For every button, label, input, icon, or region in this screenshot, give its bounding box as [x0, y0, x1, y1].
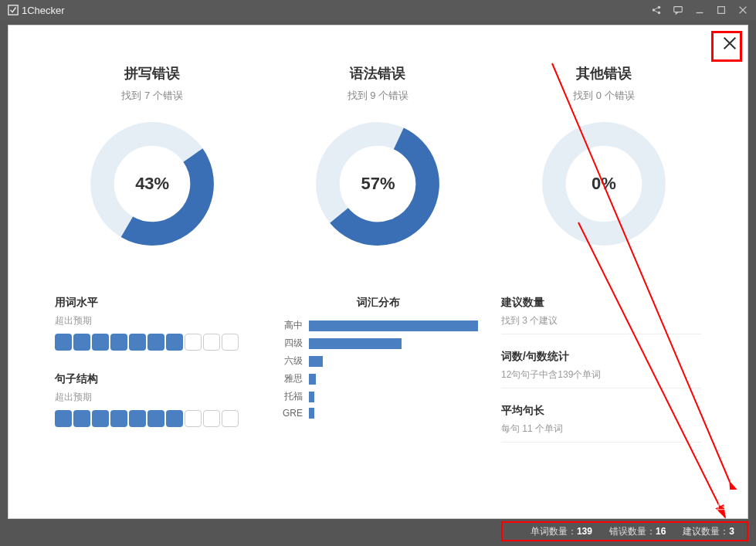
vocab-row: 托福	[278, 390, 478, 403]
donut-chart: 57%	[312, 118, 443, 249]
report-panel: 拼写错误 找到 7 个错误 43% 语法错误 找到 9 个错误 57%	[8, 25, 748, 519]
status-suggestion-count: 建议数量：3	[683, 525, 734, 538]
summary-word-sentence: 词数/句数统计 12句句子中含139个单词	[501, 350, 701, 388]
metric-title: 句子结构	[55, 372, 255, 386]
donut-percent-label: 43%	[86, 118, 218, 249]
level-square	[203, 410, 220, 427]
vocab-label: 托福	[278, 390, 303, 403]
svg-rect-6	[718, 7, 725, 14]
level-square	[166, 334, 183, 351]
vocab-row: 雅思	[278, 372, 478, 385]
level-square	[203, 334, 220, 351]
vocab-label: 雅思	[278, 372, 303, 385]
vocab-label: GRE	[278, 408, 303, 419]
metric-title: 用词水平	[55, 296, 255, 310]
squares-indicator	[55, 334, 255, 351]
svg-point-2	[658, 6, 661, 9]
metric-sentence-structure: 句子结构 超出预期	[55, 372, 255, 427]
summary-title: 平均句长	[501, 404, 701, 418]
metric-word-level: 用词水平 超出预期	[55, 296, 255, 351]
maximize-icon[interactable]	[716, 5, 727, 15]
status-word-count: 单词数量：139	[531, 525, 592, 538]
metric-subtitle: 超出预期	[55, 314, 255, 327]
svg-rect-0	[8, 5, 18, 15]
vocab-label: 高中	[278, 319, 303, 332]
metric-subtitle: 超出预期	[55, 391, 255, 404]
vocab-row: 高中	[278, 319, 478, 332]
level-square	[185, 334, 202, 351]
vocab-bar	[309, 392, 314, 402]
summary-avg-length: 平均句长 每句 11 个单词	[501, 404, 701, 443]
vocab-bar	[309, 356, 323, 367]
vocab-title: 词汇分布	[278, 296, 478, 310]
donut-chart: 0%	[538, 118, 670, 249]
level-square	[55, 334, 72, 351]
vocab-distribution-col: 词汇分布 高中四级六级雅思托福GRE	[278, 296, 478, 458]
level-square	[92, 334, 109, 351]
donut-grammar: 语法错误 找到 9 个错误 57%	[289, 64, 466, 249]
donut-percent-label: 57%	[312, 118, 443, 249]
svg-rect-4	[674, 7, 683, 12]
status-bar: 单词数量：139 错误数量：16 建议数量：3	[8, 523, 748, 540]
donut-subtitle: 找到 9 个错误	[289, 89, 466, 103]
level-square	[110, 334, 127, 351]
vocab-bar-track	[309, 320, 478, 331]
level-square	[129, 410, 146, 427]
app-logo: 1Checker	[8, 5, 65, 16]
level-square	[147, 334, 164, 351]
svg-point-3	[658, 12, 661, 15]
vocab-bar	[309, 338, 402, 349]
share-icon[interactable]	[651, 5, 662, 15]
vocab-row: 四级	[278, 337, 478, 350]
minimize-icon[interactable]	[694, 5, 705, 15]
vocab-bar-track	[309, 392, 478, 402]
level-square	[147, 410, 164, 427]
level-square	[55, 410, 72, 427]
level-square	[92, 410, 109, 427]
summary-col: 建议数量 找到 3 个建议 词数/句数统计 12句句子中含139个单词 平均句长…	[501, 296, 701, 458]
vocab-bar-track	[309, 374, 478, 385]
summary-subtitle: 12句句子中含139个单词	[501, 368, 701, 388]
donut-other: 其他错误 找到 0 个错误 0%	[515, 64, 693, 249]
feedback-icon[interactable]	[673, 5, 683, 15]
vocab-row: GRE	[278, 408, 478, 419]
vocab-label: 四级	[278, 337, 303, 350]
vocab-row: 六级	[278, 354, 478, 368]
level-square	[73, 334, 90, 351]
summary-subtitle: 每句 11 个单词	[501, 422, 701, 443]
vocab-bar	[309, 408, 314, 419]
vocab-bar-track	[309, 408, 478, 419]
vocab-bar	[309, 320, 478, 331]
donut-charts-row: 拼写错误 找到 7 个错误 43% 语法错误 找到 9 个错误 57%	[8, 25, 748, 273]
donut-title: 语法错误	[289, 64, 466, 83]
donut-subtitle: 找到 0 个错误	[515, 89, 693, 103]
app-logo-icon	[8, 5, 19, 15]
close-report-button[interactable]	[718, 32, 741, 55]
vocab-bar-track	[309, 338, 478, 349]
vocab-bar	[309, 374, 316, 385]
level-square	[110, 410, 127, 427]
vocab-label: 六级	[278, 354, 303, 368]
donut-title: 拼写错误	[63, 64, 241, 83]
level-square	[185, 410, 202, 427]
squares-indicator	[55, 410, 255, 427]
window-controls	[651, 5, 748, 15]
status-error-count: 错误数量：16	[609, 525, 666, 538]
donut-percent-label: 0%	[538, 118, 670, 249]
level-square	[222, 334, 239, 351]
summary-title: 建议数量	[501, 296, 701, 310]
level-square	[166, 410, 183, 427]
donut-spelling: 拼写错误 找到 7 个错误 43%	[63, 64, 241, 249]
donut-chart: 43%	[86, 118, 218, 249]
close-window-icon[interactable]	[737, 5, 748, 15]
level-metrics-col: 用词水平 超出预期 句子结构 超出预期	[55, 296, 255, 458]
summary-title: 词数/句数统计	[501, 350, 701, 364]
donut-title: 其他错误	[515, 64, 693, 83]
summary-subtitle: 找到 3 个建议	[501, 314, 701, 334]
level-square	[222, 410, 239, 427]
vocab-bars: 高中四级六级雅思托福GRE	[278, 319, 478, 419]
donut-subtitle: 找到 7 个错误	[63, 89, 241, 103]
app-title: 1Checker	[22, 5, 65, 16]
stats-row: 用词水平 超出预期 句子结构 超出预期 词汇分布 高中四级六级雅思托福GRE 建…	[8, 273, 748, 481]
titlebar: 1Checker	[0, 0, 756, 20]
